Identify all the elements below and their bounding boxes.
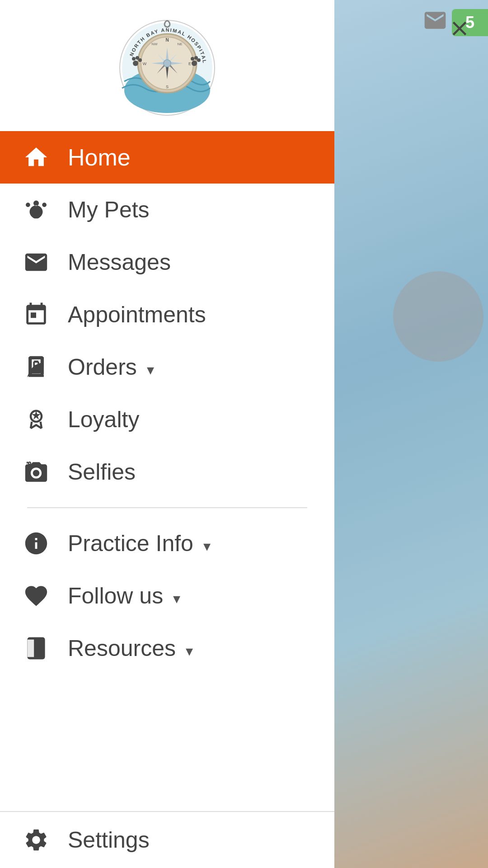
nav-item-resources[interactable]: Resources ▾ xyxy=(0,622,334,675)
svg-point-21 xyxy=(132,57,136,61)
settings-icon xyxy=(23,826,50,854)
follow-us-label: Follow us ▾ xyxy=(68,583,180,609)
svg-text:NE: NE xyxy=(177,42,182,46)
svg-point-24 xyxy=(192,61,197,66)
svg-point-23 xyxy=(138,58,142,62)
nav-item-practice-info[interactable]: Practice Info ▾ xyxy=(0,517,334,570)
close-button[interactable] xyxy=(444,13,475,44)
navigation-drawer: N S W E NW NE xyxy=(0,0,334,868)
svg-point-20 xyxy=(133,61,138,66)
nav-item-orders[interactable]: Orders ▾ xyxy=(0,341,334,393)
svg-text:NW: NW xyxy=(151,42,158,46)
practice-info-label: Practice Info ▾ xyxy=(68,530,211,557)
svg-point-34 xyxy=(28,462,31,464)
svg-text:E: E xyxy=(188,61,191,66)
messages-label: Messages xyxy=(68,249,171,275)
nav-item-selfies[interactable]: Selfies xyxy=(0,446,334,498)
nav-divider xyxy=(27,507,307,508)
resources-dropdown-arrow: ▾ xyxy=(186,643,193,659)
svg-text:S: S xyxy=(166,85,169,89)
practice-info-dropdown-arrow: ▾ xyxy=(203,538,211,554)
loyalty-label: Loyalty xyxy=(68,406,139,433)
svg-point-25 xyxy=(191,57,194,61)
nav-item-follow-us[interactable]: Follow us ▾ xyxy=(0,570,334,622)
resources-label: Resources ▾ xyxy=(68,635,193,661)
loyalty-icon xyxy=(23,406,50,433)
info-icon xyxy=(23,530,50,557)
svg-point-19 xyxy=(164,60,171,67)
nav-item-loyalty[interactable]: Loyalty xyxy=(0,393,334,446)
home-label: Home xyxy=(68,144,131,171)
svg-text:N: N xyxy=(165,38,169,42)
svg-point-33 xyxy=(29,465,32,468)
my-pets-label: My Pets xyxy=(68,197,150,223)
calendar-icon xyxy=(23,301,50,328)
settings-label: Settings xyxy=(68,827,150,853)
paw-icon xyxy=(23,196,50,223)
orders-dropdown-arrow: ▾ xyxy=(147,362,154,378)
follow-us-dropdown-arrow: ▾ xyxy=(173,590,180,607)
orders-label: Orders ▾ xyxy=(68,354,154,380)
home-icon xyxy=(23,144,50,171)
orders-icon xyxy=(23,354,50,381)
heart-icon xyxy=(23,582,50,609)
nav-item-home[interactable]: Home xyxy=(0,131,334,184)
svg-point-27 xyxy=(197,58,201,62)
logo-area: N S W E NW NE xyxy=(0,0,334,131)
svg-text:W: W xyxy=(143,61,147,66)
selfies-label: Selfies xyxy=(68,459,136,485)
messages-icon xyxy=(23,249,50,276)
nav-item-settings[interactable]: Settings xyxy=(0,811,334,868)
nav-item-messages[interactable]: Messages xyxy=(0,236,334,288)
nav-item-my-pets[interactable]: My Pets xyxy=(0,184,334,236)
appointments-label: Appointments xyxy=(68,302,206,328)
nav-item-appointments[interactable]: Appointments xyxy=(0,288,334,341)
book-icon xyxy=(23,635,50,662)
camera-icon xyxy=(23,458,50,486)
